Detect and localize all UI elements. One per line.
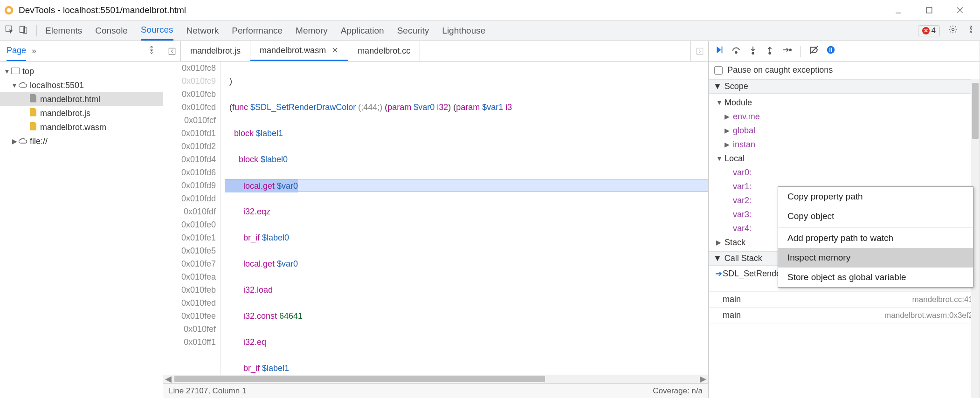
svg-point-21	[769, 53, 771, 55]
tab-security[interactable]: Security	[397, 21, 429, 41]
svg-rect-18	[722, 47, 723, 54]
tree-file-js[interactable]: mandelbrot.js	[0, 106, 163, 120]
svg-rect-25	[829, 48, 830, 52]
scope-module-item[interactable]: ▶instan	[716, 137, 980, 151]
step-button[interactable]	[781, 45, 792, 57]
callstack-frame[interactable]: mainmandelbrot.wasm:0x3ef2	[709, 308, 980, 323]
tab-sources[interactable]: Sources	[141, 21, 173, 41]
svg-rect-17	[697, 48, 703, 54]
tree-host[interactable]: ▼localhost:5501	[0, 78, 163, 92]
more-menu-button[interactable]	[966, 25, 975, 36]
navigator-tab-page[interactable]: Page	[7, 46, 26, 61]
ctx-copy-object[interactable]: Copy object	[778, 206, 973, 226]
error-count: 4	[932, 26, 936, 35]
editor-tab-cc[interactable]: mandelbrot.cc	[348, 41, 420, 61]
tab-performance[interactable]: Performance	[232, 21, 283, 41]
scope-module[interactable]: ▼Module	[716, 96, 980, 110]
svg-point-12	[970, 31, 971, 33]
svg-point-11	[970, 28, 971, 30]
svg-point-14	[151, 49, 152, 50]
svg-point-24	[827, 46, 835, 54]
nav-back-button[interactable]	[163, 41, 181, 61]
svg-point-1	[7, 8, 11, 12]
navigator-more-tabs[interactable]: »	[32, 46, 36, 56]
tree-file-wasm[interactable]: mandelbrot.wasm	[0, 120, 163, 134]
svg-point-9	[952, 28, 954, 31]
svg-point-13	[151, 47, 152, 48]
step-over-button[interactable]	[731, 45, 741, 57]
context-menu: Copy property path Copy object Add prope…	[778, 186, 973, 288]
editor-tabs: mandelbrot.js mandelbrot.wasm✕ mandelbro…	[163, 41, 708, 62]
window-title: DevTools - localhost:5501/mandelbrot.htm…	[19, 5, 891, 15]
tab-network[interactable]: Network	[186, 21, 219, 41]
current-frame-icon: ➔	[715, 268, 723, 279]
ctx-inspect-memory[interactable]: Inspect memory	[778, 248, 973, 268]
devtools-logo-icon	[4, 5, 14, 15]
file-icon	[30, 108, 36, 117]
svg-point-10	[970, 26, 971, 27]
window-minimize-button[interactable]	[891, 3, 905, 17]
editor-tab-wasm[interactable]: mandelbrot.wasm✕	[250, 41, 348, 61]
pause-on-exceptions-row[interactable]: Pause on caught exceptions	[709, 62, 980, 79]
deactivate-breakpoints-button[interactable]	[809, 45, 819, 57]
code-editor[interactable]: 0x010fc8 0x010fc9 0x010fcb 0x010fcd 0x01…	[163, 62, 708, 375]
tab-console[interactable]: Console	[95, 21, 128, 41]
navigator-panel: Page » ▼top ▼localhost:5501 mandelbrot.h…	[0, 41, 163, 398]
tree-file-scheme[interactable]: ▶file://	[0, 134, 163, 148]
scope-module-item[interactable]: ▶global	[716, 124, 980, 137]
debugger-toolbar	[709, 41, 980, 62]
svg-rect-26	[831, 48, 832, 52]
callstack-frame[interactable]: mainmandelbrot.cc:41	[709, 292, 980, 308]
step-into-button[interactable]	[748, 45, 758, 57]
code-lines[interactable]: ) (func $SDL_SetRenderDrawColor (;444;) …	[221, 62, 708, 375]
svg-point-20	[752, 53, 754, 55]
svg-rect-16	[169, 48, 175, 54]
tab-lighthouse[interactable]: Lighthouse	[442, 21, 485, 41]
debugger-panel: Pause on caught exceptions ▼Scope ▼Modul…	[709, 41, 980, 398]
ctx-separator	[778, 227, 973, 227]
tab-elements[interactable]: Elements	[45, 21, 82, 41]
window-close-button[interactable]	[953, 3, 967, 17]
gutter: 0x010fc8 0x010fc9 0x010fcb 0x010fcd 0x01…	[163, 62, 221, 375]
ctx-copy-property-path[interactable]: Copy property path	[778, 187, 973, 206]
execution-line: local.get $var0	[225, 179, 708, 192]
settings-button[interactable]	[948, 25, 958, 36]
cloud-icon	[18, 81, 28, 90]
file-icon	[30, 94, 36, 103]
horizontal-scrollbar[interactable]: ◀▶	[163, 375, 708, 383]
close-icon[interactable]: ✕	[331, 45, 338, 55]
tree-top[interactable]: ▼top	[0, 64, 163, 78]
error-count-badge[interactable]: ✕4	[918, 25, 940, 36]
file-tree: ▼top ▼localhost:5501 mandelbrot.html man…	[0, 62, 163, 151]
window-maximize-button[interactable]	[922, 3, 936, 17]
step-out-button[interactable]	[765, 45, 775, 57]
svg-rect-7	[20, 26, 25, 32]
scope-module-item[interactable]: ▶env.me	[716, 110, 980, 124]
scope-section-header[interactable]: ▼Scope	[709, 79, 980, 94]
svg-point-19	[735, 52, 737, 54]
coverage-status: Coverage: n/a	[653, 386, 703, 396]
pause-exceptions-checkbox[interactable]	[714, 66, 723, 75]
editor-tab-js[interactable]: mandelbrot.js	[181, 41, 250, 61]
svg-rect-3	[926, 7, 932, 13]
tree-file-html[interactable]: mandelbrot.html	[0, 92, 163, 106]
editor-statusbar: Line 27107, Column 1 Coverage: n/a	[163, 383, 708, 398]
svg-point-22	[789, 49, 791, 51]
tab-memory[interactable]: Memory	[296, 21, 328, 41]
scope-local[interactable]: ▼Local	[716, 151, 980, 165]
inspect-element-button[interactable]	[5, 25, 14, 36]
device-toolbar-button[interactable]	[19, 25, 28, 36]
frame-icon	[11, 68, 20, 74]
file-icon	[30, 122, 36, 130]
source-panel: mandelbrot.js mandelbrot.wasm✕ mandelbro…	[163, 41, 709, 398]
resume-button[interactable]	[714, 45, 725, 57]
scope-local-var0[interactable]: var0:	[716, 165, 980, 179]
devtools-toolbar: Elements Console Sources Network Perform…	[0, 21, 980, 41]
nav-forward-button[interactable]	[690, 41, 708, 61]
pause-exceptions-button[interactable]	[826, 45, 836, 57]
window-titlebar: DevTools - localhost:5501/mandelbrot.htm…	[0, 0, 980, 21]
ctx-store-global[interactable]: Store object as global variable	[778, 268, 973, 287]
ctx-add-watch[interactable]: Add property path to watch	[778, 228, 973, 248]
tab-application[interactable]: Application	[341, 21, 384, 41]
navigator-menu-button[interactable]	[147, 45, 156, 57]
